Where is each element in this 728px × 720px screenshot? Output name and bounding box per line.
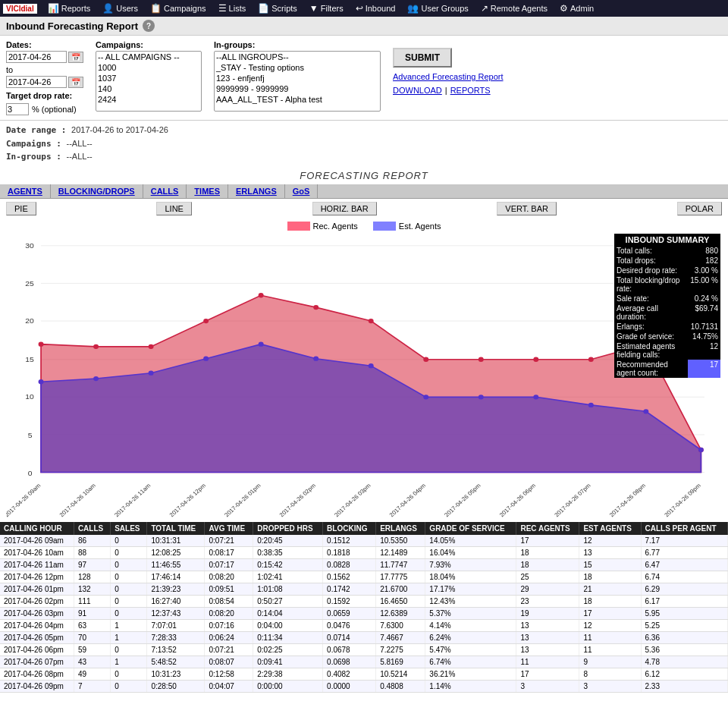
- target-drop-unit: % (optional): [32, 105, 77, 114]
- rec-point-8: [479, 357, 484, 361]
- table-cell: 0: [111, 546, 147, 558]
- table-row: 2017-04-26 02pm111016:27:400:08:540:50:2…: [0, 595, 728, 607]
- est-point-0: [39, 379, 44, 384]
- campaign-1037-option[interactable]: 1037: [96, 73, 201, 83]
- rec-point-1: [93, 344, 99, 348]
- table-cell: 3: [579, 680, 641, 692]
- pie-button[interactable]: PIE: [6, 202, 36, 215]
- table-cell: 0:00:00: [253, 680, 323, 692]
- chart-nav-blocking[interactable]: BLOCKING/DROPS: [51, 184, 143, 198]
- table-cell: 0: [111, 558, 147, 571]
- nav-remote-agents[interactable]: ↗ Remote Agents: [475, 2, 554, 15]
- nav-user-groups[interactable]: 👥 User Groups: [401, 2, 474, 15]
- submit-area: SUBMIT Advanced Forecasting Report DOWNL…: [393, 40, 504, 95]
- reports-link[interactable]: REPORTS: [450, 86, 491, 95]
- est-point-8: [479, 395, 484, 399]
- table-cell: 12: [579, 619, 641, 631]
- table-cell: 6.77: [641, 546, 727, 558]
- horiz-bar-button[interactable]: HORIZ. BAR: [312, 202, 377, 215]
- dates-section: Dates: 📅 to 📅 Target drop rate: % (optio…: [6, 40, 83, 115]
- form-area: Dates: 📅 to 📅 Target drop rate: % (optio…: [0, 36, 728, 121]
- advanced-forecasting-link[interactable]: Advanced Forecasting Report: [393, 72, 504, 81]
- table-cell: 3: [516, 680, 579, 692]
- table-cell: 0:08:20: [205, 571, 253, 583]
- table-cell: 11: [516, 656, 579, 668]
- nav-admin[interactable]: ⚙ Admin: [554, 2, 600, 15]
- campaign-2424-option[interactable]: 2424: [96, 94, 201, 105]
- date-from-cal-button[interactable]: 📅: [68, 52, 83, 63]
- submit-button[interactable]: SUBMIT: [393, 48, 452, 68]
- svg-text:2017-04-26 02pm: 2017-04-26 02pm: [278, 483, 318, 518]
- table-cell: 6.36: [641, 631, 727, 643]
- table-cell: 18: [579, 571, 641, 583]
- data-table: CALLING HOUR CALLS SALES TOTAL TIME AVG …: [0, 522, 728, 693]
- table-cell: 17:46:14: [147, 571, 205, 583]
- table-cell: 5.25: [641, 619, 727, 631]
- line-button[interactable]: LINE: [156, 202, 191, 215]
- table-cell: 0:38:35: [253, 546, 323, 558]
- table-row: 2017-04-26 03pm91012:37:430:08:200:14:04…: [0, 607, 728, 619]
- admin-icon: ⚙: [560, 3, 568, 14]
- chart-nav-gos[interactable]: GoS: [285, 184, 318, 198]
- date-range-value: 2017-04-26 to 2017-04-26: [71, 125, 168, 134]
- ingroup-stay-option[interactable]: _STAY - Testing options: [215, 62, 380, 73]
- table-header: CALLING HOUR CALLS SALES TOTAL TIME AVG …: [0, 522, 728, 535]
- est-point-6: [369, 363, 374, 368]
- campaign-140-option[interactable]: 140: [96, 83, 201, 94]
- table-cell: 2017-04-26 06pm: [0, 643, 74, 656]
- table-cell: 0:04:00: [253, 619, 323, 631]
- ingroup-all-option[interactable]: --ALL INGROUPS--: [215, 52, 380, 62]
- nav-scripts[interactable]: 📄 Scripts: [252, 2, 303, 15]
- help-icon[interactable]: ?: [143, 20, 155, 32]
- vert-bar-button[interactable]: VERT. BAR: [497, 202, 557, 215]
- table-cell: 0.0659: [323, 607, 376, 619]
- nav-reports[interactable]: 📊 Reports: [42, 2, 97, 15]
- table-cell: 1:02:41: [253, 571, 323, 583]
- nav-campaigns[interactable]: 📋 Campaigns: [144, 2, 212, 15]
- date-to-input[interactable]: [6, 76, 67, 88]
- nav-filters[interactable]: ▼ Filters: [303, 2, 350, 15]
- chart-nav-calls[interactable]: CALLS: [143, 184, 187, 198]
- table-cell: 21:39:23: [147, 583, 205, 595]
- nav-lists[interactable]: ☰ Lists: [212, 2, 253, 15]
- summary-row: Desired drop rate: 3.00 %: [614, 266, 720, 275]
- ingroup-9999999-option[interactable]: 9999999 - 9999999: [215, 83, 380, 94]
- nav-inbound[interactable]: ↩ Inbound: [350, 2, 402, 15]
- table-cell: 4.78: [641, 656, 727, 668]
- summary-value: 14.75%: [688, 332, 720, 341]
- table-cell: 25: [516, 571, 579, 583]
- nav-users[interactable]: 👤 Users: [96, 2, 144, 15]
- col-calls-per-agent: CALLS PER AGENT: [641, 522, 727, 535]
- ingroups-select[interactable]: --ALL INGROUPS-- _STAY - Testing options…: [214, 51, 381, 112]
- table-cell: 59: [74, 643, 110, 656]
- table-row: 2017-04-26 05pm7017:28:330:06:240:11:340…: [0, 631, 728, 643]
- chart-nav-times[interactable]: TIMES: [187, 184, 228, 198]
- est-point-5: [313, 356, 318, 360]
- campaign-all-option[interactable]: -- ALL CAMPAIGNS --: [96, 52, 201, 62]
- users-icon: 👤: [102, 3, 114, 14]
- table-row: 2017-04-26 04pm6317:07:010:07:160:04:000…: [0, 619, 728, 631]
- table-cell: 2017-04-26 08pm: [0, 668, 74, 680]
- legend-est-color: [373, 222, 396, 231]
- table-cell: 0:28:50: [147, 680, 205, 692]
- table-cell: 12:37:43: [147, 607, 205, 619]
- table-cell: 21.6700: [376, 583, 425, 595]
- ingroup-123-option[interactable]: 123 - enfjenfj: [215, 73, 380, 83]
- date-to-cal-button[interactable]: 📅: [68, 77, 83, 88]
- date-range-label: Date range :: [6, 125, 71, 135]
- campaigns-select[interactable]: -- ALL CAMPAIGNS -- 1000 1037 140 2424: [96, 51, 202, 112]
- col-sales: SALES: [111, 522, 147, 535]
- polar-button[interactable]: POLAR: [677, 202, 722, 215]
- chart-nav-agents[interactable]: AGENTS: [0, 184, 51, 198]
- chart-nav-erlangs[interactable]: ERLANGS: [228, 184, 285, 198]
- download-link[interactable]: DOWNLOAD: [393, 86, 442, 95]
- table-cell: 7:28:33: [147, 631, 205, 643]
- target-drop-input[interactable]: [6, 103, 29, 115]
- ingroup-aaa-option[interactable]: AAA_ALL_TEST - Alpha test: [215, 94, 380, 105]
- campaign-1000-option[interactable]: 1000: [96, 62, 201, 73]
- col-erlangs: ERLANGS: [376, 522, 425, 535]
- table-cell: 0:06:24: [205, 631, 253, 643]
- summary-row: Sale rate: 0.24 %: [614, 294, 720, 303]
- table-cell: 0:08:07: [205, 656, 253, 668]
- date-from-input[interactable]: [6, 51, 67, 63]
